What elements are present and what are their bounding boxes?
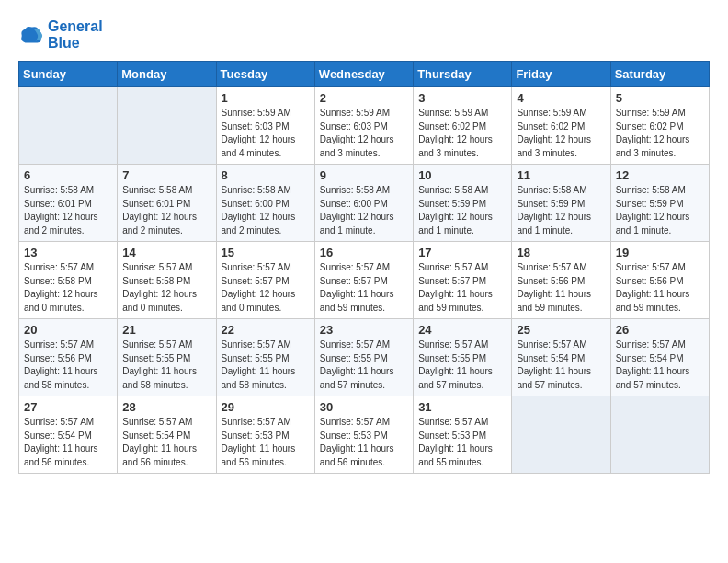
logo-icon (18, 22, 44, 48)
day-number: 24 (418, 323, 506, 337)
calendar-cell: 1Sunrise: 5:59 AM Sunset: 6:03 PM Daylig… (216, 87, 314, 165)
calendar-cell (118, 87, 216, 165)
day-number: 6 (24, 168, 112, 182)
day-number: 4 (517, 91, 605, 105)
day-info: Sunrise: 5:57 AM Sunset: 5:58 PM Dayligh… (122, 261, 210, 315)
day-info: Sunrise: 5:57 AM Sunset: 5:55 PM Dayligh… (222, 339, 310, 392)
day-number: 2 (320, 91, 408, 105)
calendar-cell: 17Sunrise: 5:57 AM Sunset: 5:57 PM Dayli… (414, 242, 512, 319)
day-number: 8 (222, 168, 310, 182)
calendar-week-row: 20Sunrise: 5:57 AM Sunset: 5:56 PM Dayli… (19, 319, 710, 396)
logo: General Blue (18, 18, 103, 52)
calendar-cell: 21Sunrise: 5:57 AM Sunset: 5:55 PM Dayli… (118, 319, 216, 396)
calendar-cell: 9Sunrise: 5:58 AM Sunset: 6:00 PM Daylig… (314, 165, 413, 242)
day-info: Sunrise: 5:58 AM Sunset: 6:01 PM Dayligh… (24, 184, 112, 237)
day-number: 22 (222, 323, 310, 337)
day-number: 10 (418, 168, 506, 182)
day-number: 23 (320, 323, 408, 337)
day-number: 1 (222, 91, 310, 105)
calendar-cell: 31Sunrise: 5:57 AM Sunset: 5:53 PM Dayli… (414, 396, 512, 474)
page-header: General Blue (18, 18, 710, 52)
column-header-thursday: Thursday (414, 62, 512, 87)
day-number: 11 (517, 168, 605, 182)
calendar-cell: 24Sunrise: 5:57 AM Sunset: 5:55 PM Dayli… (414, 319, 512, 396)
calendar-cell: 3Sunrise: 5:59 AM Sunset: 6:02 PM Daylig… (414, 87, 512, 165)
calendar-cell (19, 87, 118, 165)
calendar-cell: 19Sunrise: 5:57 AM Sunset: 5:56 PM Dayli… (610, 242, 709, 319)
day-info: Sunrise: 5:58 AM Sunset: 6:01 PM Dayligh… (122, 184, 210, 237)
day-number: 19 (616, 246, 704, 259)
day-info: Sunrise: 5:57 AM Sunset: 5:54 PM Dayligh… (122, 416, 210, 469)
day-info: Sunrise: 5:57 AM Sunset: 5:56 PM Dayligh… (616, 261, 704, 315)
calendar-cell: 14Sunrise: 5:57 AM Sunset: 5:58 PM Dayli… (118, 242, 216, 319)
column-header-wednesday: Wednesday (314, 62, 413, 87)
calendar-cell: 25Sunrise: 5:57 AM Sunset: 5:54 PM Dayli… (512, 319, 610, 396)
day-info: Sunrise: 5:57 AM Sunset: 5:54 PM Dayligh… (616, 339, 704, 392)
day-info: Sunrise: 5:57 AM Sunset: 5:53 PM Dayligh… (320, 416, 408, 469)
day-number: 25 (517, 323, 605, 337)
calendar-cell: 2Sunrise: 5:59 AM Sunset: 6:03 PM Daylig… (314, 87, 413, 165)
calendar-cell: 22Sunrise: 5:57 AM Sunset: 5:55 PM Dayli… (216, 319, 314, 396)
column-header-tuesday: Tuesday (216, 62, 314, 87)
day-number: 31 (418, 400, 506, 414)
day-info: Sunrise: 5:58 AM Sunset: 6:00 PM Dayligh… (320, 184, 408, 237)
day-info: Sunrise: 5:57 AM Sunset: 5:57 PM Dayligh… (222, 261, 310, 315)
calendar-week-row: 13Sunrise: 5:57 AM Sunset: 5:58 PM Dayli… (19, 242, 710, 319)
calendar-header-row: SundayMondayTuesdayWednesdayThursdayFrid… (19, 62, 710, 87)
day-number: 7 (122, 168, 210, 182)
day-number: 14 (122, 246, 210, 259)
calendar-table: SundayMondayTuesdayWednesdayThursdayFrid… (18, 61, 710, 474)
day-info: Sunrise: 5:58 AM Sunset: 5:59 PM Dayligh… (418, 184, 506, 237)
day-number: 5 (616, 91, 704, 105)
calendar-cell: 5Sunrise: 5:59 AM Sunset: 6:02 PM Daylig… (610, 87, 709, 165)
calendar-cell: 27Sunrise: 5:57 AM Sunset: 5:54 PM Dayli… (19, 396, 118, 474)
day-number: 18 (517, 246, 605, 259)
calendar-cell: 8Sunrise: 5:58 AM Sunset: 6:00 PM Daylig… (216, 165, 314, 242)
calendar-cell: 13Sunrise: 5:57 AM Sunset: 5:58 PM Dayli… (19, 242, 118, 319)
calendar-cell: 26Sunrise: 5:57 AM Sunset: 5:54 PM Dayli… (610, 319, 709, 396)
day-number: 21 (122, 323, 210, 337)
day-info: Sunrise: 5:57 AM Sunset: 5:57 PM Dayligh… (418, 261, 506, 315)
column-header-monday: Monday (118, 62, 216, 87)
calendar-cell: 23Sunrise: 5:57 AM Sunset: 5:55 PM Dayli… (314, 319, 413, 396)
calendar-cell: 7Sunrise: 5:58 AM Sunset: 6:01 PM Daylig… (118, 165, 216, 242)
calendar-week-row: 27Sunrise: 5:57 AM Sunset: 5:54 PM Dayli… (19, 396, 710, 474)
calendar-cell: 4Sunrise: 5:59 AM Sunset: 6:02 PM Daylig… (512, 87, 610, 165)
day-number: 12 (616, 168, 704, 182)
day-info: Sunrise: 5:57 AM Sunset: 5:58 PM Dayligh… (24, 261, 112, 315)
calendar-cell: 10Sunrise: 5:58 AM Sunset: 5:59 PM Dayli… (414, 165, 512, 242)
calendar-cell: 29Sunrise: 5:57 AM Sunset: 5:53 PM Dayli… (216, 396, 314, 474)
calendar-cell: 30Sunrise: 5:57 AM Sunset: 5:53 PM Dayli… (314, 396, 413, 474)
day-info: Sunrise: 5:59 AM Sunset: 6:02 PM Dayligh… (616, 107, 704, 160)
day-number: 29 (222, 400, 310, 414)
day-number: 26 (616, 323, 704, 337)
day-number: 3 (418, 91, 506, 105)
day-info: Sunrise: 5:58 AM Sunset: 6:00 PM Dayligh… (222, 184, 310, 237)
day-number: 15 (222, 246, 310, 259)
day-info: Sunrise: 5:57 AM Sunset: 5:56 PM Dayligh… (517, 261, 605, 315)
day-info: Sunrise: 5:59 AM Sunset: 6:03 PM Dayligh… (320, 107, 408, 160)
day-number: 28 (122, 400, 210, 414)
day-info: Sunrise: 5:59 AM Sunset: 6:02 PM Dayligh… (517, 107, 605, 160)
day-info: Sunrise: 5:57 AM Sunset: 5:55 PM Dayligh… (418, 339, 506, 392)
day-number: 20 (24, 323, 112, 337)
calendar-cell (512, 396, 610, 474)
calendar-cell (610, 396, 709, 474)
day-number: 9 (320, 168, 408, 182)
calendar-cell: 15Sunrise: 5:57 AM Sunset: 5:57 PM Dayli… (216, 242, 314, 319)
day-info: Sunrise: 5:58 AM Sunset: 5:59 PM Dayligh… (616, 184, 704, 237)
day-number: 17 (418, 246, 506, 259)
day-info: Sunrise: 5:57 AM Sunset: 5:57 PM Dayligh… (320, 261, 408, 315)
day-info: Sunrise: 5:57 AM Sunset: 5:55 PM Dayligh… (320, 339, 408, 392)
day-info: Sunrise: 5:57 AM Sunset: 5:55 PM Dayligh… (122, 339, 210, 392)
day-number: 30 (320, 400, 408, 414)
calendar-cell: 11Sunrise: 5:58 AM Sunset: 5:59 PM Dayli… (512, 165, 610, 242)
day-info: Sunrise: 5:57 AM Sunset: 5:54 PM Dayligh… (517, 339, 605, 392)
calendar-cell: 28Sunrise: 5:57 AM Sunset: 5:54 PM Dayli… (118, 396, 216, 474)
column-header-saturday: Saturday (610, 62, 709, 87)
day-number: 13 (24, 246, 112, 259)
calendar-cell: 16Sunrise: 5:57 AM Sunset: 5:57 PM Dayli… (314, 242, 413, 319)
day-number: 27 (24, 400, 112, 414)
calendar-cell: 6Sunrise: 5:58 AM Sunset: 6:01 PM Daylig… (19, 165, 118, 242)
day-number: 16 (320, 246, 408, 259)
